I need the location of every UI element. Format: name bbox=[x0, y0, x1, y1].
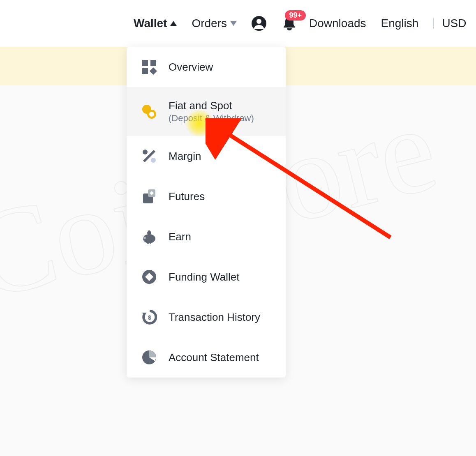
svg-point-4 bbox=[256, 19, 261, 24]
svg-rect-20 bbox=[148, 230, 150, 233]
svg-rect-6 bbox=[150, 60, 156, 66]
nav-currency[interactable]: USD bbox=[442, 17, 466, 30]
nav-currency-label: USD bbox=[442, 17, 466, 30]
wallet-dropdown: Overview Fiat and Spot (Deposit & Withdr… bbox=[127, 47, 286, 378]
menu-margin-label: Margin bbox=[169, 150, 201, 163]
menu-fiat-spot[interactable]: Fiat and Spot (Deposit & Withdraw) bbox=[127, 87, 286, 136]
svg-marker-1 bbox=[170, 21, 177, 26]
history-icon: $ bbox=[141, 309, 157, 325]
nav-orders[interactable]: Orders bbox=[192, 17, 237, 30]
nav-wallet[interactable]: Wallet bbox=[134, 17, 177, 30]
percent-icon bbox=[141, 148, 157, 164]
nav-language-label: English bbox=[381, 17, 419, 30]
futures-icon bbox=[141, 189, 157, 204]
svg-marker-8 bbox=[150, 67, 157, 75]
caret-up-icon bbox=[170, 21, 177, 26]
svg-rect-23 bbox=[150, 242, 151, 244]
svg-point-11 bbox=[149, 112, 154, 117]
menu-overview[interactable]: Overview bbox=[127, 47, 286, 87]
svg-rect-5 bbox=[142, 60, 148, 66]
menu-fiat-spot-sub: (Deposit & Withdraw) bbox=[169, 113, 254, 124]
svg-text:$: $ bbox=[148, 314, 151, 321]
menu-earn[interactable]: Earn bbox=[127, 216, 286, 257]
menu-overview-label: Overview bbox=[169, 61, 213, 74]
notification-badge: 99+ bbox=[285, 10, 306, 21]
menu-margin[interactable]: Margin bbox=[127, 136, 286, 176]
topbar: Wallet Orders 99+ Downloads English USD bbox=[0, 0, 476, 47]
account-icon[interactable] bbox=[252, 16, 266, 31]
svg-rect-22 bbox=[147, 242, 149, 244]
statement-icon bbox=[141, 350, 157, 365]
notifications-button[interactable]: 99+ bbox=[281, 15, 298, 32]
menu-funding-wallet[interactable]: Funding Wallet bbox=[127, 257, 286, 297]
swap-icon bbox=[141, 104, 157, 120]
nav-downloads-label: Downloads bbox=[309, 17, 366, 30]
caret-down-icon bbox=[230, 21, 237, 26]
svg-point-21 bbox=[143, 237, 146, 239]
funding-icon bbox=[141, 269, 157, 285]
menu-futures[interactable]: Futures bbox=[127, 176, 286, 216]
svg-point-12 bbox=[143, 150, 148, 154]
nav-language[interactable]: English bbox=[381, 17, 419, 30]
svg-rect-7 bbox=[142, 68, 148, 74]
nav-orders-label: Orders bbox=[192, 17, 227, 30]
menu-transaction-history[interactable]: $ Transaction History bbox=[127, 297, 286, 337]
earn-icon bbox=[141, 229, 157, 244]
menu-funding-label: Funding Wallet bbox=[169, 271, 239, 283]
menu-account-statement[interactable]: Account Statement bbox=[127, 337, 286, 378]
svg-marker-2 bbox=[230, 21, 237, 26]
menu-futures-label: Futures bbox=[169, 190, 205, 203]
divider bbox=[433, 18, 434, 29]
nav-downloads[interactable]: Downloads bbox=[309, 17, 366, 30]
menu-statement-label: Account Statement bbox=[169, 351, 259, 364]
menu-fiat-spot-label: Fiat and Spot bbox=[169, 99, 254, 112]
nav-wallet-label: Wallet bbox=[134, 17, 167, 30]
svg-point-13 bbox=[151, 158, 156, 163]
grid-icon bbox=[141, 59, 157, 75]
menu-earn-label: Earn bbox=[169, 230, 191, 243]
menu-history-label: Transaction History bbox=[169, 311, 260, 324]
